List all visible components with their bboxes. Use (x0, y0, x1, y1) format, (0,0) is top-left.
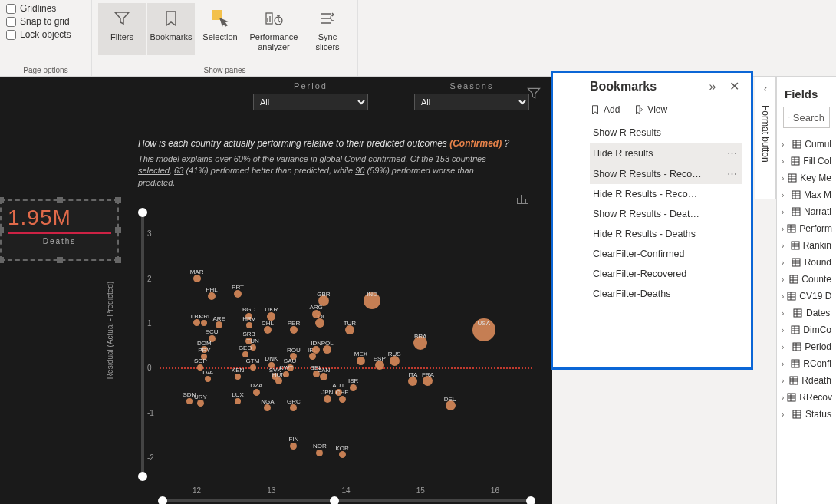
data-point[interactable] (208, 292, 216, 300)
more-icon[interactable]: ⋯ (727, 168, 739, 180)
resize-handle[interactable] (0, 257, 4, 263)
field-item[interactable]: ›Counte (777, 271, 836, 288)
data-point[interactable] (216, 321, 222, 328)
data-point[interactable] (234, 290, 242, 298)
bookmark-item[interactable]: Hide R results⋯ (590, 143, 742, 163)
chevron-left-icon[interactable]: ‹ (764, 84, 767, 94)
data-point[interactable] (186, 398, 193, 404)
bookmarks-pane-button[interactable]: Bookmarks (147, 3, 195, 55)
x-slider-handle-left[interactable] (158, 496, 167, 504)
data-point[interactable] (246, 322, 252, 328)
x-slider-rail[interactable] (160, 499, 532, 502)
more-icon[interactable]: ⋯ (727, 147, 739, 159)
field-item[interactable]: ›RConfi (777, 355, 836, 372)
resize-handle[interactable] (115, 257, 121, 263)
data-point[interactable] (197, 400, 204, 407)
bookmark-item[interactable]: Show R Results (590, 123, 742, 143)
resize-handle[interactable] (0, 197, 4, 203)
close-icon[interactable]: ✕ (726, 79, 742, 94)
y-slider-handle-bottom[interactable] (138, 472, 147, 481)
data-point[interactable] (339, 451, 346, 458)
bookmark-item[interactable]: ClearFilter-Recovered (590, 264, 742, 284)
filter-icon[interactable] (526, 86, 541, 101)
scatter-chart[interactable]: Residual (Actual - Predicted) Predicted … (123, 211, 537, 502)
expand-icon[interactable]: » (705, 80, 720, 94)
field-item[interactable]: ›Perform (777, 220, 836, 237)
data-point[interactable] (250, 364, 256, 371)
data-point[interactable] (290, 326, 298, 334)
resize-handle[interactable] (57, 197, 63, 203)
kpi-card-deaths[interactable]: 1.95M Deaths (0, 199, 119, 261)
resize-handle[interactable] (0, 227, 4, 233)
field-item[interactable]: ›RRecov (777, 389, 836, 406)
data-point[interactable] (264, 326, 272, 334)
data-point[interactable] (253, 389, 260, 396)
bookmark-view-button[interactable]: View (634, 104, 667, 115)
bookmark-add-button[interactable]: Add (590, 104, 620, 115)
data-point[interactable] (316, 450, 323, 456)
data-point[interactable] (339, 396, 346, 403)
bookmark-item[interactable]: Show R Results - Deat… (590, 204, 742, 224)
period-dropdown[interactable]: All (253, 94, 368, 110)
bookmark-item[interactable]: ClearFilter-Deaths (590, 284, 742, 304)
bookmark-item[interactable]: Hide R Results - Reco… (590, 184, 742, 204)
data-point[interactable] (235, 398, 241, 404)
y-tick: 1 (147, 318, 152, 327)
lock-objects-checkbox[interactable]: Lock objects (6, 29, 85, 40)
field-item[interactable]: ›Rdeath (777, 372, 836, 389)
x-slider-handle-mid[interactable] (330, 496, 339, 504)
data-point[interactable] (275, 377, 282, 384)
performance-analyzer-button[interactable]: Performance analyzer (245, 3, 302, 55)
field-item[interactable]: ›Max M (777, 186, 836, 203)
data-point[interactable] (242, 351, 248, 357)
data-point-label: AUT (332, 383, 344, 390)
gridlines-checkbox[interactable]: Gridlines (6, 3, 85, 14)
filters-pane-button[interactable]: Filters (98, 3, 146, 55)
resize-handle[interactable] (115, 197, 121, 203)
fields-search-input[interactable]: Search (783, 107, 830, 128)
data-point[interactable] (205, 376, 211, 382)
data-point[interactable] (320, 373, 327, 380)
data-point[interactable] (283, 371, 289, 377)
data-point[interactable] (312, 346, 320, 354)
data-point[interactable] (193, 319, 200, 326)
field-item[interactable]: ›DimCo (777, 321, 836, 338)
data-point[interactable] (290, 443, 297, 450)
data-point[interactable] (264, 404, 271, 411)
field-item[interactable]: ›Rankin (777, 237, 836, 254)
field-item[interactable]: ›Round (777, 254, 836, 271)
data-point[interactable] (350, 384, 357, 391)
field-item[interactable]: ›Dates (777, 305, 836, 321)
data-point-label: PHL (206, 286, 218, 293)
data-point[interactable] (309, 353, 316, 360)
y-slider-rail[interactable] (141, 211, 144, 479)
field-item[interactable]: ›Status (777, 406, 836, 423)
bar-chart-icon[interactable] (515, 192, 529, 206)
data-point[interactable] (201, 320, 207, 326)
svg-rect-9 (788, 225, 795, 232)
field-item[interactable]: ›Key Me (777, 170, 836, 186)
data-point[interactable] (290, 404, 297, 411)
seasons-dropdown[interactable]: All (414, 94, 529, 110)
field-item[interactable]: ›CV19 D (777, 288, 836, 305)
data-point[interactable] (235, 374, 241, 380)
data-point-label: ESP (374, 356, 386, 363)
bookmark-item[interactable]: Hide R Results - Deaths (590, 224, 742, 244)
y-slider-handle-top[interactable] (138, 208, 147, 217)
bookmark-item[interactable]: ClearFilter-Confirmed (590, 244, 742, 264)
sync-slicers-button[interactable]: Sync slicers (304, 3, 351, 55)
field-item[interactable]: ›Period (777, 338, 836, 355)
data-point[interactable] (324, 395, 331, 403)
resize-handle[interactable] (115, 227, 121, 233)
snap-to-grid-checkbox[interactable]: Snap to grid (6, 16, 85, 27)
bookmark-item[interactable]: Show R Results - Reco…⋯ (590, 163, 742, 184)
report-canvas[interactable]: Period All Seasons All 1.95M Deaths How … (0, 77, 552, 504)
selection-pane-button[interactable]: Selection (196, 3, 244, 55)
field-item[interactable]: ›Cumul (777, 136, 836, 153)
data-point[interactable] (193, 275, 201, 282)
field-item[interactable]: ›Fill Col (777, 153, 836, 170)
resize-handle[interactable] (57, 257, 63, 263)
x-slider-handle-right[interactable] (526, 496, 535, 504)
field-item[interactable]: ›Narrati (777, 203, 836, 220)
format-collapsed-tab[interactable]: ‹ Format button (755, 77, 776, 199)
